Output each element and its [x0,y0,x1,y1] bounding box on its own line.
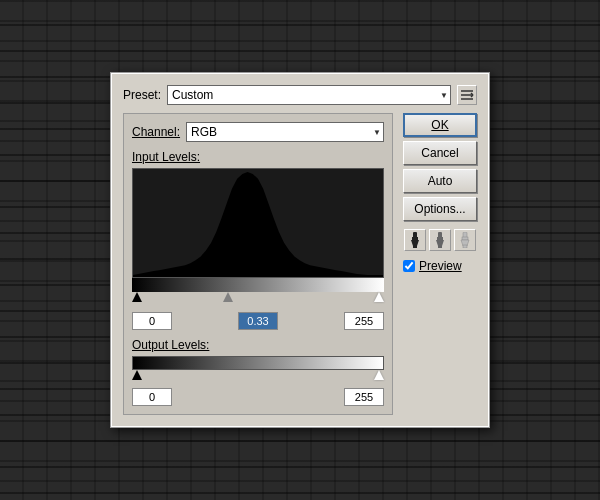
input-black-value[interactable] [132,312,172,330]
svg-rect-13 [438,245,442,248]
auto-button[interactable]: Auto [403,169,477,193]
input-black-handle[interactable] [132,292,142,302]
levels-dialog: Preset: Custom ▼ Channel: [110,72,490,428]
output-black-handle[interactable] [132,370,142,380]
preset-select[interactable]: Custom [167,85,451,105]
ok-button[interactable]: OK [403,113,477,137]
output-section: Output Levels: [132,338,384,406]
cancel-button[interactable]: Cancel [403,141,477,165]
preset-label: Preset: [123,88,161,102]
eyedroppers-row [403,229,477,251]
svg-rect-11 [437,237,443,240]
left-panel: Channel: RGB Red Green Blue ▼ Input Leve… [123,113,393,415]
white-eyedropper-button[interactable] [454,229,476,251]
svg-rect-9 [413,245,417,248]
svg-rect-7 [412,237,418,240]
output-white-value[interactable] [344,388,384,406]
input-levels-label: Input Levels: [132,150,384,164]
preset-row: Preset: Custom ▼ [123,85,477,105]
input-gradient-bar [132,278,384,292]
input-white-value[interactable] [344,312,384,330]
content-box: Channel: RGB Red Green Blue ▼ Input Leve… [123,113,393,415]
right-panel: OK Cancel Auto Options... [403,113,477,415]
preview-checkbox[interactable] [403,260,415,272]
preset-menu-button[interactable] [457,85,477,105]
input-mid-value[interactable] [238,312,278,330]
channel-select-wrapper: RGB Red Green Blue ▼ [186,122,384,142]
channel-label: Channel: [132,125,180,139]
output-handles-row [132,370,384,384]
histogram [132,168,384,278]
input-white-handle[interactable] [374,292,384,302]
input-handles-row [132,292,384,308]
black-eyedropper-button[interactable] [404,229,426,251]
preview-row: Preview [403,259,477,273]
histogram-svg [133,169,383,277]
channel-row: Channel: RGB Red Green Blue ▼ [132,122,384,142]
options-button[interactable]: Options... [403,197,477,221]
white-eyedropper-icon [458,232,472,248]
black-eyedropper-icon [408,232,422,248]
dialog-inner: Channel: RGB Red Green Blue ▼ Input Leve… [123,113,477,415]
output-black-value[interactable] [132,388,172,406]
output-gradient-bar [132,356,384,370]
svg-rect-15 [462,237,468,240]
input-values-row [132,312,384,330]
channel-select[interactable]: RGB Red Green Blue [186,122,384,142]
gray-eyedropper-icon [433,232,447,248]
output-white-handle[interactable] [374,370,384,380]
svg-rect-17 [463,245,467,248]
input-mid-handle[interactable] [223,292,233,302]
menu-lines-icon [460,89,474,101]
output-levels-label: Output Levels: [132,338,384,352]
output-values-row [132,388,384,406]
preset-select-wrapper: Custom ▼ [167,85,451,105]
gray-eyedropper-button[interactable] [429,229,451,251]
preview-label[interactable]: Preview [419,259,462,273]
